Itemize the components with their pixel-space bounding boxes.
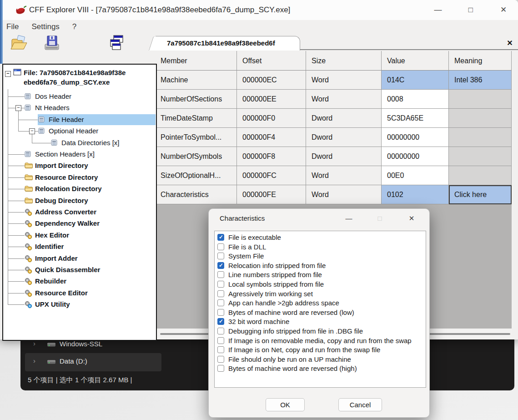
- checkbox-system-file[interactable]: [217, 253, 224, 259]
- cell-characteristics-member[interactable]: Characteristics: [155, 185, 237, 204]
- tree-item-hex-editor[interactable]: Hex Editor: [3, 230, 156, 241]
- open-file-button[interactable]: [10, 35, 29, 53]
- cell-pointertosymbol-size[interactable]: Dword: [306, 128, 382, 147]
- tree-item-label: Resource Directory: [35, 172, 98, 183]
- tree-item-data-directories-x[interactable]: Data Directories [x]: [3, 137, 156, 148]
- cell-sizeofoptionalh-meaning[interactable]: [449, 166, 512, 185]
- close-button[interactable]: ✕: [493, 0, 514, 20]
- tree-item-resource-editor[interactable]: Resource Editor: [3, 288, 156, 299]
- tree-item-file-7a795087c1b841e98a9f38e[interactable]: −File: 7a795087c1b841e98a9f38e ebed6fa76…: [3, 67, 156, 88]
- tree-item-rebuilder[interactable]: Rebuilder: [3, 276, 156, 287]
- cell-pointertosymbol-meaning[interactable]: [449, 128, 512, 147]
- cell-numberofsections-member[interactable]: NumberOfSections: [155, 90, 237, 109]
- tree-item-address-converter[interactable]: Address Converter: [3, 207, 156, 218]
- cell-sizeofoptionalh-member[interactable]: SizeOfOptionalH...: [155, 166, 237, 185]
- cell-numberofsymbols-size[interactable]: Dword: [306, 147, 382, 166]
- cell-pointertosymbol-member[interactable]: PointerToSymbol...: [155, 128, 237, 147]
- tree-item-dos-header[interactable]: Dos Header: [3, 91, 156, 102]
- checkbox-local-symbols-stripped-from-file[interactable]: [217, 281, 224, 288]
- cancel-button[interactable]: Cancel: [338, 398, 382, 411]
- cell-numberofsections-value[interactable]: 0008: [382, 90, 449, 109]
- checkbox-label: Bytes of machine word are reversed (high…: [228, 364, 357, 374]
- dialog-minimize-button[interactable]: —: [340, 209, 358, 228]
- menu-item[interactable]: ?: [66, 20, 83, 34]
- tree-item-nt-headers[interactable]: −Nt Headers: [3, 102, 156, 113]
- cell-characteristics-value[interactable]: 0102: [382, 185, 449, 204]
- cell-pointertosymbol-value[interactable]: 00000000: [382, 128, 449, 147]
- cell-timedatestamp-offset[interactable]: 000000F0: [237, 109, 306, 128]
- ok-button[interactable]: OK: [266, 398, 305, 411]
- cell-machine-offset[interactable]: 000000EC: [237, 71, 306, 90]
- cell-numberofsymbols-meaning[interactable]: [449, 147, 512, 166]
- checkbox-agressively-trim-working-set[interactable]: [217, 290, 224, 297]
- column-header-meaning[interactable]: Meaning: [449, 51, 512, 71]
- tree-item-section-headers-x[interactable]: Section Headers [x]: [3, 149, 156, 160]
- cell-characteristics-offset[interactable]: 000000FE: [237, 185, 306, 204]
- explorer-selection-highlight: [25, 353, 161, 371]
- checkbox-line-numbers-stripped-from-file[interactable]: [217, 271, 224, 278]
- save-file-button[interactable]: [43, 35, 62, 53]
- cell-machine-size[interactable]: Word: [306, 71, 382, 90]
- cell-sizeofoptionalh-value[interactable]: 00E0: [382, 166, 449, 185]
- checkbox-app-can-handle-2gb-address-space[interactable]: [217, 299, 224, 306]
- menu-settings[interactable]: Settings: [25, 20, 65, 34]
- tree-item-optional-header[interactable]: −Optional Header: [3, 126, 156, 137]
- cell-machine-member[interactable]: Machine: [155, 71, 237, 90]
- checkbox-32-bit-word-machine[interactable]: [217, 318, 224, 325]
- windows-cascade-button[interactable]: [107, 35, 126, 53]
- tree-item-dependency-walker[interactable]: Dependency Walker: [3, 218, 156, 229]
- tab-file[interactable]: 7a795087c1b841e98a9f38eebed6f: [155, 36, 300, 51]
- cell-timedatestamp-member[interactable]: TimeDateStamp: [155, 109, 237, 128]
- tree-collapse-icon[interactable]: −: [15, 105, 21, 111]
- structure-tree-panel: −File: 7a795087c1b841e98a9f38e ebed6fa76…: [2, 64, 157, 341]
- minimize-button[interactable]: —: [427, 0, 448, 20]
- cell-sizeofoptionalh-size[interactable]: Word: [306, 166, 382, 185]
- tree-item-identifier[interactable]: Identifier: [3, 241, 156, 252]
- gears-icon: [25, 243, 32, 252]
- tree-item-upx-utility[interactable]: UPX Utility: [3, 299, 156, 310]
- cell-numberofsymbols-value[interactable]: 00000000: [382, 147, 449, 166]
- checkbox-bytes-of-machine-word-are-reversed-low[interactable]: [217, 309, 224, 316]
- tree-item-relocation-directory[interactable]: Relocation Directory: [3, 183, 156, 194]
- tree-item-resource-directory[interactable]: Resource Directory: [3, 172, 156, 183]
- checkbox-relocation-info-stripped-from-file[interactable]: [217, 262, 224, 269]
- column-header-size[interactable]: Size: [306, 51, 382, 71]
- checkbox-debugging-info-stripped-from-file-in-dbg[interactable]: [217, 328, 224, 334]
- cell-numberofsymbols-member[interactable]: NumberOfSymbols: [155, 147, 237, 166]
- tab-close-icon[interactable]: ✕: [504, 37, 516, 49]
- cell-timedatestamp-meaning[interactable]: [449, 109, 512, 128]
- cell-machine-value[interactable]: 014C: [382, 71, 449, 90]
- cell-timedatestamp-size[interactable]: Dword: [306, 109, 382, 128]
- column-header-member[interactable]: Member: [155, 51, 237, 71]
- checkbox-bytes-of-machine-word-are-reversed-high[interactable]: [217, 365, 224, 372]
- checkbox-file-is-a-dll[interactable]: [217, 243, 224, 250]
- cell-sizeofoptionalh-offset[interactable]: 000000FC: [237, 166, 306, 185]
- dialog-close-button[interactable]: ✕: [402, 209, 421, 228]
- menu-file[interactable]: File: [0, 20, 25, 34]
- cell-numberofsections-offset[interactable]: 000000EE: [237, 90, 306, 109]
- cell-pointertosymbol-offset[interactable]: 000000F4: [237, 128, 306, 147]
- cell-numberofsections-size[interactable]: Word: [306, 90, 382, 109]
- chevron-right-icon[interactable]: ›: [33, 357, 35, 364]
- checkbox-if-image-is-on-net-copy-and-run-from-the[interactable]: [217, 346, 224, 353]
- checkbox-file-should-only-be-run-on-a-up-machine[interactable]: [217, 356, 224, 363]
- tree-collapse-icon[interactable]: −: [5, 71, 11, 77]
- cell-characteristics-meaning[interactable]: Click here: [449, 185, 512, 204]
- cell-numberofsections-meaning[interactable]: [449, 90, 512, 109]
- tree-item-file-header[interactable]: File Header: [3, 114, 156, 125]
- tree-item-quick-disassembler[interactable]: Quick Disassembler: [3, 264, 156, 275]
- cell-machine-meaning[interactable]: Intel 386: [449, 71, 512, 90]
- column-header-value[interactable]: Value: [382, 51, 449, 71]
- checkbox-if-image-is-on-removable-media-copy-and-[interactable]: [217, 337, 224, 344]
- cell-numberofsymbols-offset[interactable]: 000000F8: [237, 147, 306, 166]
- tree-item-import-adder[interactable]: Import Adder: [3, 253, 156, 264]
- tree-item-debug-directory[interactable]: Debug Directory: [3, 195, 156, 206]
- cell-timedatestamp-value[interactable]: 5C3DA65E: [382, 109, 449, 128]
- tree-item-import-directory[interactable]: Import Directory: [3, 160, 156, 171]
- cell-characteristics-size[interactable]: Word: [306, 185, 382, 204]
- checkbox-file-is-executable[interactable]: [217, 234, 224, 241]
- tree-collapse-icon[interactable]: −: [29, 128, 35, 134]
- maximize-button[interactable]: □: [460, 0, 481, 20]
- column-header-offset[interactable]: Offset: [237, 51, 306, 71]
- doc-icon: [25, 104, 31, 112]
